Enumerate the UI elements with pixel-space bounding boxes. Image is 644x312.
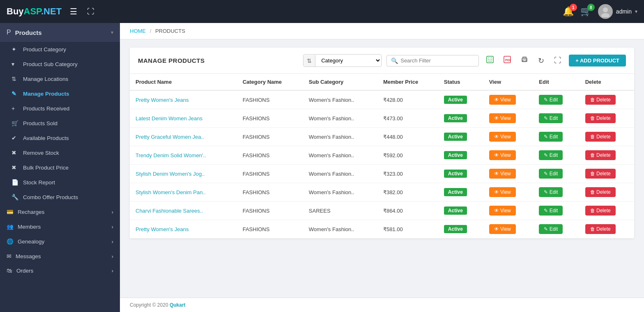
svg-text:PDF: PDF [505, 58, 511, 62]
logo-net: .NET [41, 6, 62, 16]
footer-brand-link[interactable]: Qukart [170, 302, 186, 308]
table-row: Pretty Women's Jeans FASHIONS Women's Fa… [130, 90, 634, 109]
delete-button[interactable]: 🗑 Delete [585, 150, 616, 160]
svg-rect-2 [487, 56, 493, 63]
sidebar-group-orders[interactable]: 🛍 Orders › [0, 264, 120, 278]
product-name-link[interactable]: Pretty Women's Jeans [136, 97, 189, 103]
view-button[interactable]: 👁 View [489, 113, 516, 123]
category-filter[interactable]: ⇅ Category [303, 54, 382, 67]
sidebar-section-left: P Products [7, 29, 42, 36]
product-name-link[interactable]: Pretty Graceful Women Jea.. [136, 134, 204, 140]
edit-button[interactable]: ✎ Edit [539, 150, 563, 160]
view-button[interactable]: 👁 View [489, 95, 516, 105]
search-input[interactable] [400, 57, 474, 64]
hamburger-icon[interactable]: ☰ [70, 7, 77, 16]
sidebar-item-label: Manage Locations [23, 76, 68, 82]
export-excel-button[interactable] [484, 54, 496, 67]
cell-sub-category: Women's Fashion.. [303, 128, 377, 146]
edit-button[interactable]: ✎ Edit [539, 95, 563, 105]
combo-offer-icon: 🔧 [12, 194, 19, 200]
recharges-group-left: 💳 Recharges [7, 209, 44, 215]
sidebar-group-members[interactable]: 👥 Members › [0, 219, 120, 234]
search-box: 🔍 [386, 55, 479, 67]
sidebar-item-remove-stock[interactable]: ✖ Remove Stock [0, 145, 120, 160]
cell-sub-category: Women's Fashion.. [303, 220, 377, 239]
product-name-link[interactable]: Charvi Fashionable Sarees.. [136, 208, 203, 214]
sidebar-item-combo-offer-products[interactable]: 🔧 Combo Offer Products [0, 190, 120, 204]
expand-icon[interactable]: ⛶ [87, 7, 94, 16]
product-name-link[interactable]: Stylish Denim Women's Jog.. [136, 171, 205, 177]
sidebar: P Products ▾ ✦ Product Category ▾ Produc… [0, 23, 120, 312]
view-button[interactable]: 👁 View [489, 206, 516, 216]
sidebar-item-label: Products Received [23, 106, 69, 112]
product-name-link[interactable]: Trendy Denim Solid Women'.. [136, 152, 206, 158]
sidebar-item-manage-products[interactable]: ✎ Manage Products [0, 86, 120, 101]
product-name-link[interactable]: Stylish Women's Denim Pan.. [136, 189, 206, 195]
cell-delete: 🗑 Delete [580, 146, 634, 165]
table-row: Charvi Fashionable Sarees.. FASHIONS SAR… [130, 202, 634, 220]
cart-button[interactable]: 🛒 8 [580, 6, 591, 17]
status-badge: Active [444, 96, 467, 104]
edit-button[interactable]: ✎ Edit [539, 169, 563, 179]
sidebar-group-messages[interactable]: ✉ Messages › [0, 249, 120, 264]
sidebar-group-genealogy[interactable]: 🌐 Genealogy › [0, 234, 120, 249]
members-label: Members [18, 224, 41, 230]
product-name-link[interactable]: Pretty Women's Jeans [136, 226, 189, 232]
delete-button[interactable]: 🗑 Delete [585, 95, 616, 105]
cell-view: 👁 View [483, 183, 534, 202]
status-badge: Active [444, 114, 467, 122]
topnav-right: 🔔 1 🛒 8 admin ▾ [563, 4, 637, 19]
view-button[interactable]: 👁 View [489, 187, 516, 197]
admin-label: admin [616, 8, 632, 15]
breadcrumb-home[interactable]: HOME [130, 28, 146, 34]
products-section-chevron-icon: ▾ [111, 30, 113, 35]
sidebar-section-products[interactable]: P Products ▾ [0, 23, 120, 42]
category-select-dropdown[interactable]: Category [315, 55, 381, 67]
col-status: Status [438, 74, 483, 90]
notification-bell[interactable]: 🔔 1 [563, 6, 574, 17]
cell-view: 👁 View [483, 109, 534, 128]
view-button[interactable]: 👁 View [489, 150, 516, 160]
sidebar-item-available-products[interactable]: ✔ Available Products [0, 131, 120, 145]
product-name-link[interactable]: Latest Denim Women Jeans [136, 115, 202, 122]
sidebar-item-bulk-product-price[interactable]: ✖ Bulk Product Price [0, 160, 120, 175]
edit-button[interactable]: ✎ Edit [539, 113, 563, 123]
fullscreen-button[interactable]: ⛶ [552, 55, 564, 67]
cell-product-name: Pretty Women's Jeans [130, 220, 237, 239]
refresh-button[interactable]: ↻ [536, 55, 547, 67]
edit-button[interactable]: ✎ Edit [539, 206, 563, 216]
delete-button[interactable]: 🗑 Delete [585, 113, 616, 123]
delete-button[interactable]: 🗑 Delete [585, 132, 616, 142]
delete-button[interactable]: 🗑 Delete [585, 169, 616, 179]
sidebar-item-product-category[interactable]: ✦ Product Category [0, 42, 120, 57]
delete-button[interactable]: 🗑 Delete [585, 206, 616, 216]
user-menu[interactable]: admin ▾ [598, 4, 637, 19]
edit-button[interactable]: ✎ Edit [539, 187, 563, 197]
svg-point-1 [601, 13, 610, 17]
add-product-button[interactable]: + ADD PRODUCT [569, 55, 626, 67]
cell-category-name: FASHIONS [237, 183, 303, 202]
sidebar-item-products-received[interactable]: + Products Received [0, 101, 120, 116]
cell-status: Active [438, 220, 483, 239]
sidebar-item-manage-locations[interactable]: ⇅ Manage Locations [0, 71, 120, 86]
edit-button[interactable]: ✎ Edit [539, 224, 563, 234]
print-button[interactable] [518, 54, 531, 67]
export-pdf-button[interactable]: PDF [501, 54, 513, 67]
sidebar-item-stock-report[interactable]: 📄 Stock Report [0, 175, 120, 190]
cell-status: Active [438, 128, 483, 146]
sidebar-group-recharges[interactable]: 💳 Recharges › [0, 204, 120, 219]
view-button[interactable]: 👁 View [489, 224, 516, 234]
sidebar-item-product-sub-category[interactable]: ▾ Product Sub Category [0, 57, 120, 71]
genealogy-group-left: 🌐 Genealogy [7, 238, 44, 245]
view-button[interactable]: 👁 View [489, 169, 516, 179]
sidebar-item-label: Product Sub Category [23, 61, 78, 67]
sidebar-item-label: Available Products [23, 135, 69, 141]
delete-button[interactable]: 🗑 Delete [585, 224, 616, 234]
sidebar-item-products-sold[interactable]: 🛒 Products Sold [0, 116, 120, 131]
edit-button[interactable]: ✎ Edit [539, 132, 563, 142]
products-received-icon: + [12, 105, 19, 112]
status-badge: Active [444, 151, 467, 159]
delete-button[interactable]: 🗑 Delete [585, 187, 616, 197]
sidebar-section-label: Products [15, 29, 42, 36]
view-button[interactable]: 👁 View [489, 132, 516, 142]
